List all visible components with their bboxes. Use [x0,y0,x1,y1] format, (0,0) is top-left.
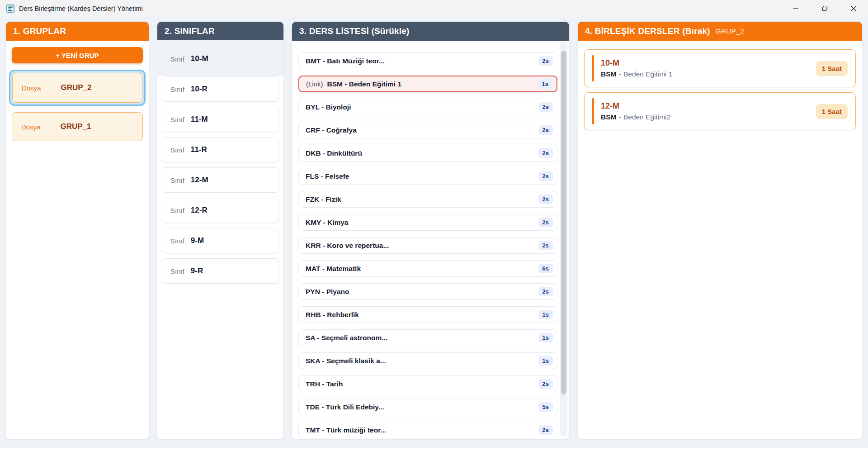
course-item[interactable]: FZK - Fizik 2s [298,191,557,208]
classes-body: Sınıf 10-M Sınıf 10-R Sınıf 11-M Sı [157,41,283,294]
close-button[interactable] [839,0,868,17]
course-item[interactable]: TDE - Türk Dili Edebiy... 5s [298,399,557,415]
class-item[interactable]: Sınıf 10-R [162,76,279,102]
class-label: Sınıf [170,267,184,275]
course-hours-badge: 2s [538,171,553,181]
class-name: 10-M [191,54,208,63]
class-item[interactable]: Sınıf 12-M [162,167,279,193]
active-group-label: GRUP_2 [716,27,744,35]
course-item[interactable]: DKB - Dinkültürü 2s [298,145,557,162]
course-hours-badge: 2s [538,102,553,112]
course-item[interactable]: (Link) BSM - Beden Eğitimi 1 1s [298,76,557,92]
minimize-button[interactable] [781,0,810,17]
class-item[interactable]: Sınıf 12-R [162,198,279,223]
group-name: GRUP_2 [61,83,92,92]
course-name: TDE - Türk Dili Edebiy... [306,403,384,411]
merged-card-text: 12-M BSM - Beden Eğitimi2 [601,101,670,121]
course-name: TMT - Türk müziği teor... [306,426,386,434]
class-item[interactable]: Sınıf 11-R [162,137,279,162]
class-label: Sınıf [170,55,184,63]
course-name: BSM - Beden Eğitimi 1 [327,80,402,88]
course-hours-badge: 2s [538,425,553,435]
course-hours-badge: 2s [538,56,553,66]
group-card[interactable]: Dosya GRUP_2 [12,73,142,103]
class-name: 12-R [191,206,208,215]
group-card[interactable]: Dosya GRUP_1 [12,112,143,141]
class-name: 9-R [191,266,203,276]
course-hours-badge: 1s [538,79,552,89]
merged-class-name: 12-M [601,101,670,111]
course-item[interactable]: SKA - Seçmeli klasik a... 1s [298,352,557,369]
course-item[interactable]: RHB - Rehberlik 1s [298,306,557,323]
new-group-button[interactable]: + YENİ GRUP [12,47,143,63]
course-name: CRF - Coğrafya [306,126,357,134]
duration-badge: 1 Saat [816,61,848,76]
panel-classes-header: 2. SINIFLAR [157,22,283,41]
course-name: SKA - Seçmeli klasik a... [306,357,386,365]
course-item[interactable]: CRF - Coğrafya 2s [298,122,557,138]
window-title: Ders Birleştirme (Kardeş Dersler) Yöneti… [19,5,143,12]
course-item[interactable]: BYL - Biyoloji 2s [298,99,557,115]
course-item[interactable]: KRR - Koro ve repertua... 2s [298,237,557,254]
course-hours-badge: 6s [538,264,553,273]
duration-badge: 1 Saat [816,104,848,119]
window-controls [781,0,868,17]
course-item[interactable]: TMT - Türk müziği teor... 2s [298,422,557,438]
course-hours-badge: 2s [538,195,553,204]
class-item[interactable]: Sınıf 9-M [162,228,279,253]
courses-scrollbar-thumb[interactable] [561,51,566,394]
course-name: RHB - Rehberlik [306,311,359,319]
courses-scrollbar-track[interactable] [560,42,567,437]
class-list: Sınıf 10-M Sınıf 10-R Sınıf 11-M Sı [162,46,279,284]
restore-button[interactable] [810,0,839,17]
merged-course-code: BSM [601,70,616,78]
window-titlebar: Ders Birleştirme (Kardeş Dersler) Yöneti… [0,0,868,17]
course-item[interactable]: SA - Seçmeli astronom... 1s [298,329,557,346]
course-item[interactable]: FLS - Felsefe 2s [298,168,557,185]
course-item[interactable]: TRH - Tarih 2s [298,375,557,392]
panel-groups-title: 1. GRUPLAR [13,26,66,36]
class-item[interactable]: Sınıf 10-M [162,46,279,71]
merged-class-name: 10-M [601,58,672,68]
course-name: KMY - Kimya [306,218,348,227]
class-label: Sınıf [170,176,184,184]
class-label: Sınıf [170,237,184,245]
panel-merged-title: 4. BİRLEŞİK DERSLER (Bırak) [585,26,710,36]
course-name: BYL - Biyoloji [306,103,351,111]
course-item[interactable]: BMT - Batı Müziği teor... 2s [298,52,557,69]
course-hours-badge: 2s [538,218,553,227]
course-name: TRH - Tarih [306,380,343,388]
course-hours-badge: 2s [538,241,553,250]
course-item[interactable]: PYN - Piyano 2s [298,283,557,300]
panel-groups: 1. GRUPLAR + YENİ GRUP Dosya GRUP_2 Do [5,21,149,440]
merged-course-card[interactable]: 10-M BSM - Beden Eğitimi 1 1 Saat [584,49,856,87]
class-item[interactable]: Sınıf 11-M [162,107,279,132]
group-list: Dosya GRUP_2 Dosya GRUP_1 [12,70,143,141]
group-name: GRUP_1 [61,122,91,131]
group-item[interactable]: Dosya GRUP_2 [9,70,146,106]
groups-body: + YENİ GRUP Dosya GRUP_2 Dosya GRUP_1 [6,41,149,147]
panel-merged: 4. BİRLEŞİK DERSLER (Bırak) GRUP_2 10-M … [577,21,863,440]
course-list: BMT - Batı Müziği teor... 2s (Link) BSM … [298,52,557,440]
course-hours-badge: 5s [538,402,553,412]
course-item[interactable]: KMY - Kimya 2s [298,214,557,231]
course-hours-badge: 1s [538,333,553,342]
course-name: FLS - Felsefe [306,172,349,180]
class-label: Sınıf [170,116,184,124]
class-item[interactable]: Sınıf 9-R [162,258,279,284]
panel-courses-header: 3. DERS LİSTESİ (Sürükle) [292,22,569,41]
course-item[interactable]: MAT - Matematik 6s [298,260,557,277]
course-hours-badge: 2s [538,148,553,158]
app-icon [6,5,14,13]
merged-card-text: 10-M BSM - Beden Eğitimi 1 [601,58,672,78]
course-name: SA - Seçmeli astronom... [306,334,387,342]
merged-course-card[interactable]: 12-M BSM - Beden Eğitimi2 1 Saat [584,92,856,130]
card-accent-bar [592,98,594,124]
course-name: BMT - Batı Müziği teor... [306,57,385,65]
main-content: 1. GRUPLAR + YENİ GRUP Dosya GRUP_2 Do [0,17,868,448]
group-item[interactable]: Dosya GRUP_1 [12,112,143,141]
course-name: DKB - Dinkültürü [306,149,362,157]
class-label: Sınıf [170,146,184,154]
merged-body: 10-M BSM - Beden Eğitimi 1 1 Saat 12-M [578,41,862,144]
merged-list: 10-M BSM - Beden Eğitimi 1 1 Saat 12-M [584,49,856,130]
